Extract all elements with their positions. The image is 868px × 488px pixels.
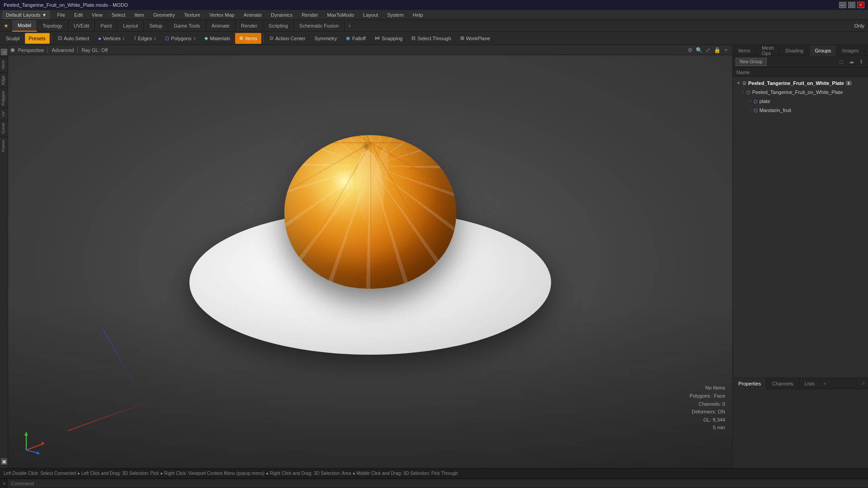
add-bp-tab-button[interactable]: + (821, 381, 829, 386)
viewport-icon-settings[interactable]: ⚙ (686, 47, 693, 54)
tab-model[interactable]: Model (12, 20, 37, 32)
items-button[interactable]: ⊕ Items (235, 33, 261, 44)
viewport-nav-dot[interactable] (11, 48, 14, 52)
menu-layout[interactable]: Layout (361, 11, 380, 19)
menu-help[interactable]: Help (411, 11, 425, 19)
menu-select[interactable]: Select (110, 11, 127, 19)
add-panel-tab-button[interactable]: + (864, 48, 868, 53)
menu-file[interactable]: File (55, 11, 67, 19)
viewport-icon-lock[interactable]: 🔒 (713, 47, 721, 54)
viewport-view-type[interactable]: Perspective (18, 47, 44, 53)
tab-topology[interactable]: Topology (37, 20, 68, 32)
workplane-button[interactable]: ⊞ WorkPlane (456, 33, 495, 44)
seg-1 (371, 142, 456, 143)
bottom-panel-expand[interactable]: ⤢ (859, 380, 868, 386)
tab-lists[interactable]: Lists (799, 378, 821, 389)
sidebar-tab-edge[interactable]: Edge (0, 72, 8, 88)
seg-5 (301, 143, 371, 263)
sidebar-tab-polygon[interactable]: Polygon (0, 88, 8, 108)
viewport-area[interactable]: Perspective Advanced Ray GL: Off ⚙ 🔍 ⤢ 🔒… (8, 45, 732, 468)
menu-dynamics[interactable]: Dynamics (269, 11, 294, 19)
right-panel-content: New Group □ ☁ ℹ Name ▼ ☰ Peeled_Tangerin… (733, 56, 868, 378)
tab-items[interactable]: Items (733, 45, 756, 56)
viewport-icon-add[interactable]: + (722, 47, 730, 54)
menu-maxtomodo[interactable]: MaxToModo (325, 11, 356, 19)
vertices-button[interactable]: ● Vertices 1 (94, 33, 129, 44)
command-input[interactable] (8, 479, 868, 488)
groups-icon-info[interactable]: ℹ (857, 58, 865, 66)
maximize-button[interactable]: □ (848, 2, 855, 8)
viewport-canvas[interactable]: No Items Polygons : Face Channels: 0 Def… (8, 55, 732, 468)
sidebar-tab-uv[interactable]: UV (0, 108, 8, 120)
viewport-icon-search[interactable]: 🔍 (695, 47, 703, 54)
sidebar-toggle[interactable]: ◁ (1, 49, 7, 55)
svg-marker-5 (37, 451, 40, 455)
tree-item-name-2: plate (760, 99, 770, 104)
left-sidebar: ◁ Verts Edge Polygon UV Curve Fusion ▣ (0, 45, 8, 468)
close-button[interactable]: ✕ (857, 2, 864, 8)
window-controls[interactable]: — □ ✕ (839, 2, 864, 8)
tab-scripting[interactable]: Scripting (263, 20, 294, 32)
tab-images[interactable]: Images (837, 45, 864, 56)
falloff-button[interactable]: ◉ Falloff (342, 33, 370, 44)
groups-icon-view2[interactable]: ☁ (847, 58, 855, 66)
new-group-button[interactable]: New Group (736, 58, 767, 66)
menu-render[interactable]: Render (300, 11, 320, 19)
sculpt-label: Sculpt (6, 36, 20, 41)
sculpt-button[interactable]: Sculpt (2, 33, 24, 44)
materials-icon: ◈ (204, 35, 208, 41)
favorites-star[interactable]: ★ (0, 23, 12, 29)
polygons-button[interactable]: ◻ Polygons 3 (161, 33, 199, 44)
menu-system[interactable]: System (385, 11, 406, 19)
action-center-button[interactable]: ⊙ Action Center (265, 33, 310, 44)
main-area: ◁ Verts Edge Polygon UV Curve Fusion ▣ P… (0, 45, 868, 468)
tab-setup[interactable]: Setup (144, 20, 168, 32)
tab-uvedit[interactable]: UVEdit (68, 20, 95, 32)
tab-animate[interactable]: Animate (206, 20, 236, 32)
tree-item-plate[interactable]: └ ⬡ plate (733, 97, 868, 106)
tab-shading[interactable]: Shading (780, 45, 809, 56)
window-title: Peeled_Tangerine_Fruit_on_White_Plate.mo… (4, 2, 128, 8)
auto-select-button[interactable]: ⊡ Auto Select (54, 33, 93, 44)
viewport-view-mode[interactable]: Advanced (52, 47, 74, 53)
tab-groups[interactable]: Groups (809, 45, 837, 56)
sidebar-tab-curve[interactable]: Curve (0, 120, 8, 136)
viewport-gl-mode[interactable]: Ray GL: Off (81, 47, 108, 53)
minimize-button[interactable]: — (839, 2, 846, 8)
tab-channels[interactable]: Channels (767, 378, 799, 389)
only-button[interactable]: Only (850, 23, 868, 28)
tab-render[interactable]: Render (236, 20, 263, 32)
menu-edit[interactable]: Edit (72, 11, 85, 19)
status-gl: GL: 9,344 (689, 416, 725, 424)
edges-button[interactable]: ⌇ Edges 2 (130, 33, 160, 44)
tab-mesh-ops[interactable]: Mesh Ops (756, 45, 780, 56)
tree-item-mandarin[interactable]: └ ⬡ Mandarin_fruit (733, 106, 868, 115)
sidebar-tab-fusion[interactable]: Fusion (0, 136, 8, 155)
materials-button[interactable]: ◈ Materials (200, 33, 234, 44)
layout-selector[interactable]: Default Layouts ▼ (3, 11, 50, 19)
tab-paint[interactable]: Paint (95, 20, 118, 32)
tree-item-scene[interactable]: └ ⬡ Peeled_Tangerine_Fruit_on_White_Plat… (733, 88, 868, 97)
menu-vertexmap[interactable]: Vertex Map (208, 11, 236, 19)
presets-button[interactable]: Presets (25, 33, 50, 44)
viewport-icon-maximize[interactable]: ⤢ (704, 47, 712, 54)
menu-item[interactable]: Item (132, 11, 146, 19)
tangerine-mesh (284, 135, 456, 289)
select-through-button[interactable]: ⊟ Select Through (407, 33, 455, 44)
menu-animate[interactable]: Animate (242, 11, 264, 19)
command-bar: > (0, 478, 868, 488)
tab-layout[interactable]: Layout (118, 20, 144, 32)
sidebar-bottom-btn[interactable]: ▣ (1, 458, 7, 465)
tab-properties[interactable]: Properties (733, 378, 767, 389)
tab-schematic-fusion[interactable]: Schematic Fusion (294, 20, 344, 32)
add-tab-button[interactable]: + (344, 23, 354, 28)
menu-geometry[interactable]: Geometry (151, 11, 177, 19)
groups-icon-view1[interactable]: □ (837, 58, 845, 66)
tab-gametools[interactable]: Game Tools (168, 20, 206, 32)
snapping-button[interactable]: ⋈ Snapping (371, 33, 407, 44)
menu-view[interactable]: View (90, 11, 104, 19)
symmetry-button[interactable]: Symmetry (311, 33, 341, 44)
menu-texture[interactable]: Texture (182, 11, 202, 19)
sidebar-tab-verts[interactable]: Verts (0, 57, 8, 72)
tree-root-item[interactable]: ▼ ☰ Peeled_Tangerine_Fruit_on_White_Plat… (733, 79, 868, 88)
